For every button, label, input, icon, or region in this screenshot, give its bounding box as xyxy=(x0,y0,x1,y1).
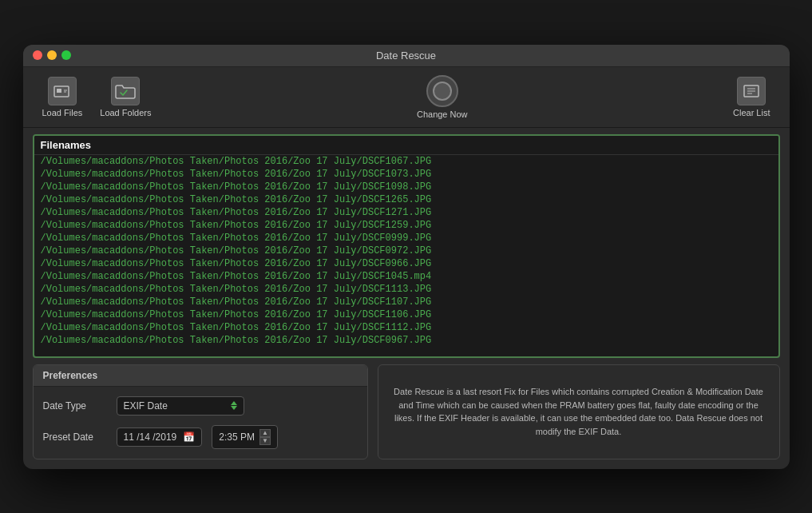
preset-date-field[interactable]: 11 /14 /2019 📅 xyxy=(117,428,203,447)
toolbar-center: Change Now xyxy=(157,75,727,119)
list-item[interactable]: /Volumes/macaddons/Photos Taken/Photos 2… xyxy=(34,219,778,232)
minimize-button[interactable] xyxy=(47,50,57,60)
preset-time-field[interactable]: 2:35 PM ▲ ▼ xyxy=(212,425,278,449)
preset-date-label: Preset Date xyxy=(43,431,107,443)
list-item[interactable]: /Volumes/macaddons/Photos Taken/Photos 2… xyxy=(34,334,778,347)
date-type-row: Date Type EXIF Date xyxy=(43,396,358,416)
toolbar: Load Files Load Folders Change Now xyxy=(23,67,790,128)
date-type-arrow xyxy=(231,401,237,410)
preset-date-row: Preset Date 11 /14 /2019 📅 2:35 PM ▲ ▼ xyxy=(43,425,358,449)
list-item[interactable]: /Volumes/macaddons/Photos Taken/Photos 2… xyxy=(34,181,778,193)
time-step-down[interactable]: ▼ xyxy=(259,437,271,445)
list-item[interactable]: /Volumes/macaddons/Photos Taken/Photos 2… xyxy=(34,321,778,334)
load-folders-button[interactable]: Load Folders xyxy=(93,74,157,121)
load-folders-label: Load Folders xyxy=(100,108,151,117)
list-item[interactable]: /Volumes/macaddons/Photos Taken/Photos 2… xyxy=(34,245,778,257)
list-item[interactable]: /Volumes/macaddons/Photos Taken/Photos 2… xyxy=(34,270,778,283)
toolbar-left: Load Files Load Folders xyxy=(36,74,158,121)
time-stepper[interactable]: ▲ ▼ xyxy=(259,429,271,445)
load-files-icon xyxy=(48,77,77,105)
date-type-select[interactable]: EXIF Date xyxy=(117,396,244,416)
maximize-button[interactable] xyxy=(61,50,71,60)
file-list-header: Filenames xyxy=(34,136,778,155)
list-item[interactable]: /Volumes/macaddons/Photos Taken/Photos 2… xyxy=(34,308,778,321)
preferences-header: Preferences xyxy=(34,365,367,387)
change-now-icon xyxy=(426,75,458,107)
file-list-scroll[interactable]: /Volumes/macaddons/Photos Taken/Photos 2… xyxy=(34,155,778,355)
change-now-inner xyxy=(433,82,452,101)
arrow-up-icon xyxy=(231,401,237,405)
date-type-label: Date Type xyxy=(43,400,107,412)
calendar-icon: 📅 xyxy=(183,431,195,443)
preferences-panel: Preferences Date Type EXIF Date Preset xyxy=(33,364,368,459)
toolbar-right: Clear List xyxy=(727,74,776,121)
close-button[interactable] xyxy=(33,50,42,60)
bottom-section: Preferences Date Type EXIF Date Preset xyxy=(33,364,780,459)
title-bar: Date Rescue xyxy=(23,45,790,67)
date-type-value: EXIF Date xyxy=(124,400,168,412)
window-title: Date Rescue xyxy=(376,50,436,62)
change-now-button[interactable]: Change Now xyxy=(417,75,468,119)
info-panel: Date Rescue is a last resort Fix for Fil… xyxy=(378,364,780,459)
time-step-up[interactable]: ▲ xyxy=(259,429,271,437)
load-files-button[interactable]: Load Files xyxy=(36,74,89,121)
clear-list-button[interactable]: Clear List xyxy=(727,74,776,121)
preset-time-value: 2:35 PM xyxy=(219,431,255,443)
preset-date-value: 11 /14 /2019 xyxy=(124,431,177,443)
clear-list-label: Clear List xyxy=(733,108,770,117)
load-folders-icon xyxy=(111,77,140,105)
list-item[interactable]: /Volumes/macaddons/Photos Taken/Photos 2… xyxy=(34,193,778,206)
list-item[interactable]: /Volumes/macaddons/Photos Taken/Photos 2… xyxy=(34,206,778,219)
file-list-area: Filenames /Volumes/macaddons/Photos Take… xyxy=(33,134,780,358)
svg-rect-1 xyxy=(57,89,61,93)
app-window: Date Rescue Load Files xyxy=(23,45,790,469)
list-item[interactable]: /Volumes/macaddons/Photos Taken/Photos 2… xyxy=(34,257,778,270)
change-now-label: Change Now xyxy=(417,109,468,119)
preferences-body: Date Type EXIF Date Preset Date 11 /14 /… xyxy=(34,387,367,459)
traffic-lights xyxy=(33,50,71,60)
arrow-down-icon xyxy=(231,406,237,410)
list-item[interactable]: /Volumes/macaddons/Photos Taken/Photos 2… xyxy=(34,296,778,308)
list-item[interactable]: /Volumes/macaddons/Photos Taken/Photos 2… xyxy=(34,232,778,245)
info-text: Date Rescue is a last resort Fix for Fil… xyxy=(388,385,770,438)
list-item[interactable]: /Volumes/macaddons/Photos Taken/Photos 2… xyxy=(34,283,778,296)
load-files-label: Load Files xyxy=(42,108,83,117)
list-item[interactable]: /Volumes/macaddons/Photos Taken/Photos 2… xyxy=(34,168,778,181)
clear-list-icon xyxy=(737,77,766,105)
list-item[interactable]: /Volumes/macaddons/Photos Taken/Photos 2… xyxy=(34,155,778,168)
